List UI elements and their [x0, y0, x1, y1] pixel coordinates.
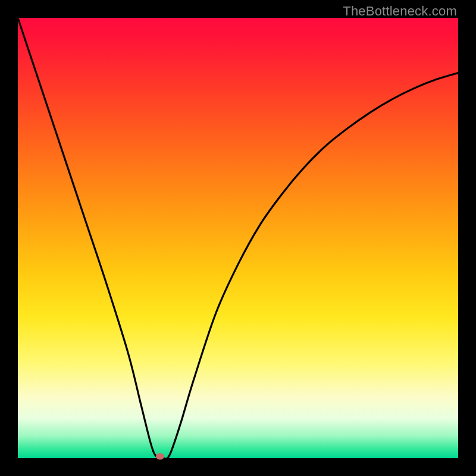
- bottleneck-curve: [18, 18, 458, 458]
- chart-frame: TheBottleneck.com: [0, 0, 476, 476]
- minimum-marker: [156, 453, 164, 460]
- watermark-text: TheBottleneck.com: [343, 4, 457, 19]
- curve-svg: [18, 18, 458, 458]
- plot-area: [18, 18, 458, 458]
